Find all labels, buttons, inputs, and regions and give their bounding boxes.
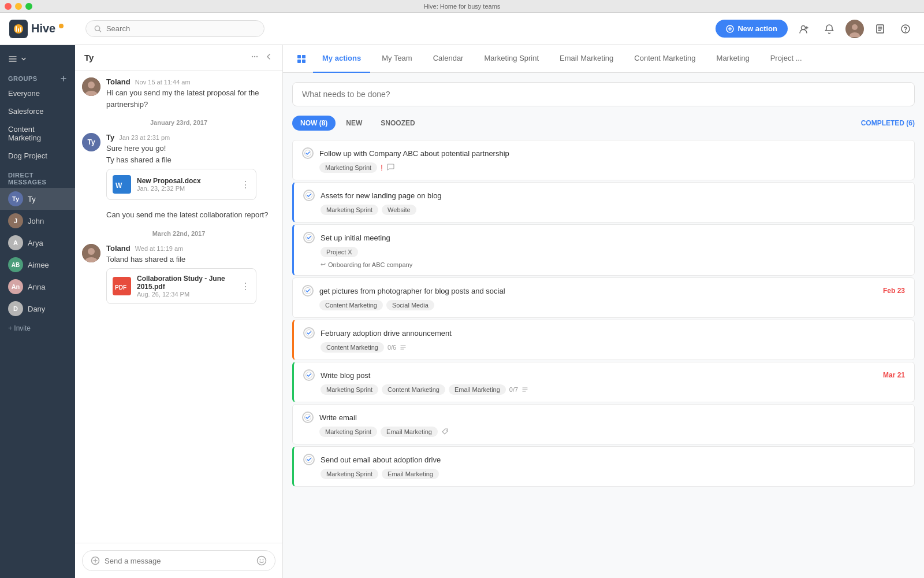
task-check[interactable] bbox=[303, 190, 315, 201]
emoji-icon[interactable] bbox=[256, 555, 267, 566]
task-tag[interactable]: Content Marketing bbox=[319, 300, 383, 310]
more-options-icon[interactable] bbox=[250, 52, 259, 63]
add-member-icon-btn[interactable] bbox=[795, 20, 813, 38]
dm-item-dany[interactable]: D Dany bbox=[0, 298, 75, 320]
task-tag[interactable]: Email Marketing bbox=[449, 384, 506, 395]
task-item: get pictures from photographer for blog … bbox=[292, 277, 915, 318]
notes-icon-btn[interactable] bbox=[871, 20, 889, 38]
tab-content-marketing[interactable]: Content Marketing bbox=[625, 45, 705, 73]
message-group-text: Can you send me the latest collaboration… bbox=[82, 209, 275, 221]
task-tag[interactable]: Email Marketing bbox=[381, 427, 438, 437]
help-icon-btn[interactable] bbox=[896, 20, 915, 38]
svg-point-19 bbox=[88, 248, 95, 255]
msg-text: Hi can you send my the latest proposal f… bbox=[106, 87, 275, 110]
svg-point-10 bbox=[252, 56, 253, 57]
task-check[interactable] bbox=[302, 412, 314, 423]
window-title: Hive: Home for busy teams bbox=[424, 3, 501, 10]
filter-snoozed-btn[interactable]: SNOOZED bbox=[372, 116, 423, 131]
collapse-panel-icon[interactable] bbox=[264, 52, 273, 63]
dm-item-aimee[interactable]: AB Aimee bbox=[0, 254, 75, 276]
file-menu-icon-pdf[interactable]: ⋮ bbox=[241, 281, 250, 292]
title-bar: Hive: Home for busy teams bbox=[0, 0, 924, 13]
task-check[interactable] bbox=[303, 327, 315, 339]
task-tag[interactable]: Marketing Sprint bbox=[319, 162, 377, 173]
task-tag[interactable]: Marketing Sprint bbox=[321, 205, 378, 215]
task-check[interactable] bbox=[302, 147, 314, 159]
task-tag[interactable]: Content Marketing bbox=[382, 384, 445, 395]
sidebar-item-dog-project[interactable]: Dog Project bbox=[0, 147, 75, 165]
dm-item-ty[interactable]: Ty Ty bbox=[0, 188, 75, 210]
plus-icon bbox=[726, 25, 734, 33]
message-input[interactable] bbox=[105, 557, 252, 565]
chat-header-icons bbox=[250, 52, 273, 63]
user-avatar[interactable] bbox=[845, 20, 864, 38]
add-group-icon[interactable] bbox=[60, 75, 67, 82]
chevron-down-icon bbox=[21, 56, 27, 62]
pdf-file-icon: PDF bbox=[113, 277, 131, 295]
invite-button[interactable]: + Invite bbox=[0, 320, 75, 337]
task-check[interactable] bbox=[303, 454, 315, 465]
message-group: Toland Wed at 11:19 am Toland has shared… bbox=[82, 244, 275, 305]
task-progress: 0/7 bbox=[509, 386, 528, 393]
notifications-icon-btn[interactable] bbox=[820, 20, 839, 38]
tab-marketing-sprint[interactable]: Marketing Sprint bbox=[475, 45, 548, 73]
svg-rect-27 bbox=[297, 55, 301, 58]
word-file-icon: W bbox=[113, 175, 131, 194]
task-tag[interactable]: Social Media bbox=[386, 300, 434, 310]
task-tag[interactable]: Marketing Sprint bbox=[321, 384, 378, 395]
task-tag[interactable]: Marketing Sprint bbox=[319, 427, 377, 437]
task-item: Assets for new landing page on blog Mark… bbox=[292, 182, 915, 223]
task-check[interactable] bbox=[303, 369, 315, 381]
logo-text: Hive bbox=[31, 22, 55, 35]
sidebar-menu-toggle[interactable] bbox=[0, 50, 75, 68]
task-input-bar[interactable] bbox=[292, 82, 915, 106]
tab-my-team[interactable]: My Team bbox=[372, 45, 422, 73]
dm-item-john[interactable]: J John bbox=[0, 210, 75, 232]
logo-dot bbox=[59, 24, 64, 28]
filter-now-btn[interactable]: NOW (8) bbox=[292, 116, 336, 131]
new-action-button[interactable]: New action bbox=[716, 20, 788, 38]
chat-input[interactable] bbox=[82, 550, 275, 571]
sidebar-item-content-marketing[interactable]: Content Marketing bbox=[0, 120, 75, 147]
task-input[interactable] bbox=[302, 90, 905, 99]
task-check[interactable] bbox=[303, 232, 315, 243]
msg-content: Toland Wed at 11:19 am Toland has shared… bbox=[106, 244, 275, 305]
minimize-button[interactable] bbox=[15, 3, 22, 10]
maximize-button[interactable] bbox=[25, 3, 32, 10]
dm-avatar-dany: D bbox=[8, 301, 23, 316]
search-bar[interactable] bbox=[85, 20, 264, 37]
logo-icon bbox=[9, 20, 28, 38]
msg-time: Jan 23 at 2:31 pm bbox=[119, 134, 170, 141]
filter-new-btn[interactable]: NEW bbox=[338, 116, 370, 131]
top-bar: Hive New action bbox=[0, 13, 924, 45]
svg-point-38 bbox=[446, 430, 448, 431]
sidebar-item-salesforce[interactable]: Salesforce bbox=[0, 102, 75, 120]
tab-project[interactable]: Project ... bbox=[761, 45, 811, 73]
dm-item-arya[interactable]: A Arya bbox=[0, 232, 75, 254]
tab-email-marketing[interactable]: Email Marketing bbox=[550, 45, 623, 73]
groups-header: GROUPS bbox=[0, 68, 75, 84]
msg-time: Wed at 11:19 am bbox=[135, 245, 184, 252]
dm-item-anna[interactable]: An Anna bbox=[0, 276, 75, 298]
file-menu-icon[interactable]: ⋮ bbox=[241, 179, 250, 190]
task-check[interactable] bbox=[302, 285, 314, 297]
msg-avatar-toland2 bbox=[82, 244, 100, 262]
task-tag[interactable]: Website bbox=[382, 205, 416, 215]
sidebar-item-everyone[interactable]: Everyone bbox=[0, 84, 75, 102]
actions-area: NOW (8) NEW SNOOZED COMPLETED (6) Follow… bbox=[283, 73, 924, 578]
dm-avatar-ty: Ty bbox=[8, 191, 23, 206]
task-tag[interactable]: Content Marketing bbox=[321, 342, 384, 353]
task-tag[interactable]: Project X bbox=[321, 247, 358, 257]
search-input[interactable] bbox=[106, 24, 256, 33]
task-title: get pictures from photographer for blog … bbox=[319, 287, 877, 295]
task-tag[interactable]: Email Marketing bbox=[382, 469, 439, 479]
file-attachment: W New Proposal.docx Jan. 23, 2:32 PM ⋮ bbox=[106, 169, 256, 200]
grid-view-icon[interactable] bbox=[292, 50, 311, 68]
tab-calendar[interactable]: Calendar bbox=[424, 45, 473, 73]
tab-my-actions[interactable]: My actions bbox=[313, 45, 370, 73]
dm-avatar-anna: An bbox=[8, 279, 23, 294]
task-tag[interactable]: Marketing Sprint bbox=[321, 469, 378, 479]
close-button[interactable] bbox=[5, 3, 12, 10]
completed-label[interactable]: COMPLETED (6) bbox=[861, 119, 915, 127]
tab-marketing[interactable]: Marketing bbox=[707, 45, 759, 73]
